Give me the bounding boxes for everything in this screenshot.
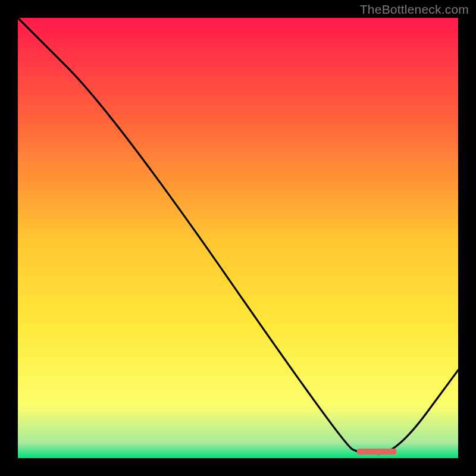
chart-frame: TheBottleneck.com — [0, 0, 476, 476]
optimal-marker — [357, 449, 397, 455]
attribution-label: TheBottleneck.com — [360, 2, 469, 17]
bottleneck-chart — [18, 18, 458, 458]
